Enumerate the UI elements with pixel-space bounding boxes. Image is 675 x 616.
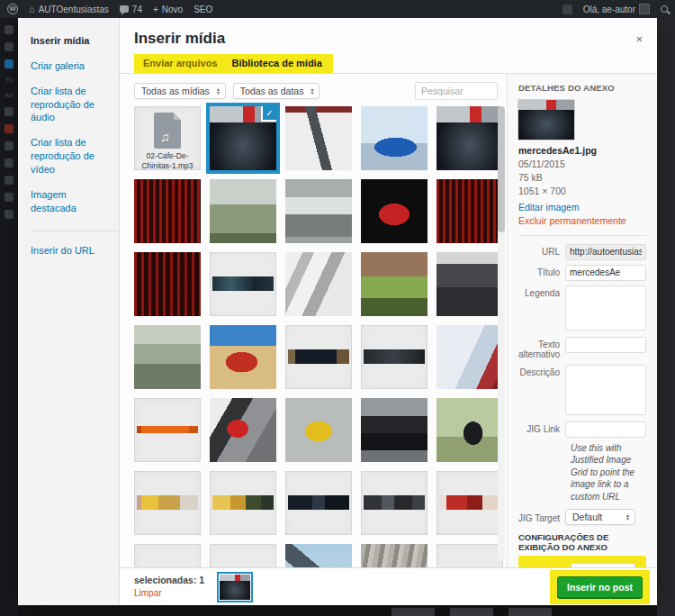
field-label: Descrição — [518, 365, 565, 378]
account-menu[interactable]: Olá, ae-autor — [583, 4, 650, 14]
media-item-rearview-mirror[interactable] — [361, 252, 428, 316]
comments-link[interactable]: 74 — [120, 5, 142, 14]
sidebar-item-inserir-m-dia[interactable]: Inserir mídia — [31, 34, 119, 48]
layout-icon[interactable] — [4, 193, 14, 202]
close-icon[interactable]: × — [632, 32, 646, 46]
audio-file-icon — [154, 113, 181, 149]
media-item-strip-gray[interactable] — [361, 471, 428, 535]
field-input-legenda[interactable] — [565, 285, 646, 331]
media-item-crane-car[interactable] — [210, 179, 276, 243]
media-item-busy-scene[interactable] — [361, 544, 428, 567]
screen: W ⌂ AUTOentusiastas 74 + Novo SEO Olá, a… — [0, 0, 675, 616]
media-item-burnout[interactable] — [436, 325, 503, 389]
field-input-jig-link[interactable] — [565, 421, 646, 438]
field-input-url[interactable] — [565, 244, 646, 260]
media-thumbnail — [212, 276, 274, 291]
field-input-texto-alternativo[interactable] — [565, 337, 646, 353]
tools-icon[interactable] — [4, 176, 14, 185]
media-item-dark-strip[interactable] — [361, 325, 428, 389]
edit-image-link[interactable]: Editar imagem — [518, 202, 646, 213]
media-item-scooter[interactable] — [436, 398, 503, 462]
wordpress-logo-menu[interactable]: W — [7, 4, 18, 14]
sidebar-item-inserir-do-url[interactable]: Inserir do URL — [31, 231, 119, 258]
media-item-berries-2[interactable] — [436, 179, 503, 243]
field-input-t-tulo[interactable] — [565, 265, 646, 281]
media-item-orange-strip[interactable] — [134, 398, 201, 462]
field-control — [565, 244, 646, 260]
media-thumbnail — [436, 252, 503, 316]
tab-enviar-arquivos[interactable]: Enviar arquivos — [136, 56, 225, 70]
media-item-bw-classic[interactable] — [285, 179, 352, 243]
site-name-link[interactable]: ⌂ AUTOentusiastas — [29, 4, 109, 14]
seo-menu[interactable]: SEO — [194, 5, 212, 14]
attachment-filename: mercedesAe1.jpg — [518, 145, 646, 156]
media-item-interior[interactable] — [436, 252, 503, 316]
sidebar-item-criar-lista-de-reprodu-o-de-v-deo[interactable]: Criar lista de reprodução de vídeo — [31, 136, 119, 177]
delete-permanently-link[interactable]: Excluir permanentemente — [518, 215, 646, 226]
comments-icon[interactable] — [4, 107, 14, 116]
media-thumbnail — [288, 495, 349, 510]
media-item-crosswalk[interactable] — [285, 252, 352, 316]
media-icon[interactable] — [4, 59, 14, 68]
media-item-desert-buggy[interactable] — [210, 325, 276, 389]
media-type-filter-value: Todas as mídias — [141, 86, 210, 96]
settings-icon[interactable] — [4, 210, 14, 219]
home-icon: ⌂ — [29, 4, 35, 14]
media-thumbnail — [436, 398, 503, 462]
mail-icon[interactable] — [4, 141, 14, 150]
sidebar-item-imagem-destacada[interactable]: Imagem destacada — [31, 188, 119, 215]
media-item-strip-sunset[interactable] — [210, 544, 276, 567]
media-item-strip-golden[interactable] — [210, 471, 276, 535]
posts-icon[interactable] — [4, 42, 14, 51]
media-item-mercedes-2[interactable] — [436, 106, 503, 170]
search-input[interactable] — [415, 82, 498, 100]
media-item-blue-roadster[interactable] — [361, 106, 428, 170]
media-item-signature-cars[interactable] — [134, 325, 201, 389]
alert-icon[interactable] — [4, 124, 14, 133]
search-icon[interactable] — [661, 5, 668, 13]
media-item-strip-navy[interactable] — [285, 471, 352, 535]
media-item-white-porsche[interactable] — [285, 106, 352, 170]
admin-bar: W ⌂ AUTOentusiastas 74 + Novo SEO Olá, a… — [0, 0, 675, 18]
jig-target-select[interactable]: Default ▲▼ — [565, 509, 635, 525]
media-item-strip-yellow-car[interactable] — [134, 544, 201, 567]
insert-into-post-button[interactable]: Inserir no post — [557, 576, 643, 598]
media-thumbnail — [361, 544, 428, 567]
media-type-filter[interactable]: Todas as mídias ▲▼ — [134, 83, 226, 99]
media-item-berries-3[interactable] — [134, 252, 201, 316]
sidebar-item-criar-lista-de-reprodu-o-de-udio[interactable]: Criar lista de reprodução de áudio — [31, 85, 119, 125]
attachment-details-panel: DETALHES DO ANEXO mercedesAe1.jpg 05/11/… — [507, 74, 657, 567]
media-item-fighter-jet[interactable] — [285, 544, 352, 567]
media-item-panorama-strip[interactable] — [210, 252, 276, 316]
media-item-yellow-tractor[interactable] — [285, 398, 352, 462]
users-icon[interactable] — [4, 159, 14, 168]
media-thumbnail — [285, 252, 352, 316]
media-item-audio[interactable]: 02-Cafe-De-Chinitas-1.mp3 — [134, 106, 201, 170]
media-item-strip-yellow[interactable] — [134, 471, 201, 535]
media-item-strip-red[interactable] — [436, 471, 503, 535]
adminbar-icon[interactable] — [562, 5, 572, 14]
media-item-strip-amber[interactable] — [436, 544, 503, 567]
select-arrows-icon: ▲▼ — [216, 87, 220, 95]
admin-menu-item-label[interactable]: To — [5, 77, 13, 84]
dashboard-icon[interactable] — [4, 25, 14, 34]
field-label: Legenda — [518, 285, 565, 299]
media-item-red-car-dark[interactable] — [361, 179, 428, 243]
media-thumbnail — [361, 106, 428, 170]
media-item-berries-1[interactable] — [134, 179, 201, 243]
clear-selection-link[interactable]: Limpar — [134, 587, 204, 599]
date-filter[interactable]: Todas as datas ▲▼ — [233, 83, 320, 99]
tab-biblioteca-de-m-dia[interactable]: Biblioteca de mídia — [225, 56, 329, 70]
selected-thumbnail[interactable] — [217, 572, 253, 602]
media-item-mercedes-selected[interactable]: ✓ — [210, 106, 276, 170]
media-item-formula-car[interactable] — [285, 325, 352, 389]
media-item-federal-car[interactable] — [361, 398, 428, 462]
admin-menu-item-label[interactable]: Ad — [4, 92, 14, 99]
sidebar-item-criar-galeria[interactable]: Criar galeria — [31, 59, 119, 73]
media-thumbnail — [361, 252, 428, 316]
new-content-menu[interactable]: + Novo — [153, 5, 183, 14]
grid-scrollbar-thumb[interactable] — [498, 106, 505, 232]
audio-file-name: 02-Cafe-De-Chinitas-1.mp3 — [134, 151, 201, 171]
media-item-seatbelt[interactable] — [210, 398, 276, 462]
field-input-descri-o[interactable] — [565, 365, 646, 415]
